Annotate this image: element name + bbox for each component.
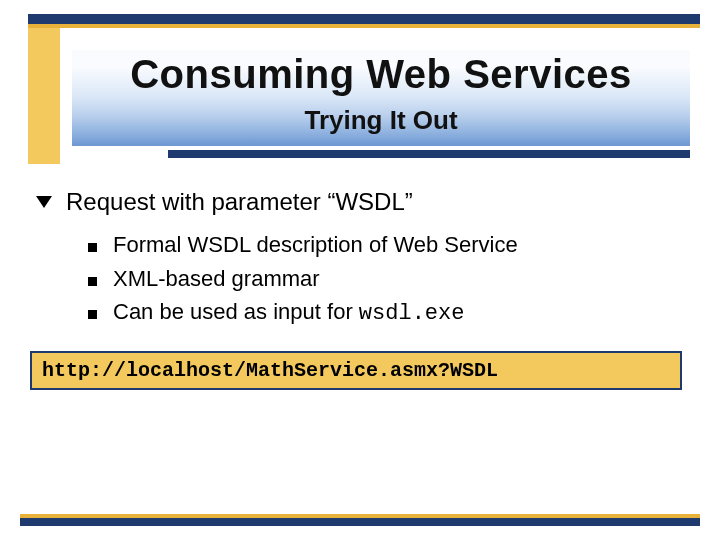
slide-title: Consuming Web Services bbox=[72, 52, 690, 97]
top-bar-navy bbox=[28, 14, 700, 24]
gold-side-accent bbox=[28, 28, 60, 164]
main-bullet: Request with parameter “WSDL” bbox=[30, 188, 690, 216]
top-bar-gold bbox=[28, 24, 700, 28]
url-code-box: http://localhost/MathService.asmx?WSDL bbox=[30, 351, 682, 390]
list-item: XML-based grammar bbox=[88, 264, 690, 294]
content-area: Request with parameter “WSDL” Formal WSD… bbox=[30, 180, 690, 390]
list-item-text: Can be used as input for wsdl.exe bbox=[113, 297, 464, 329]
list-item-text: Formal WSDL description of Web Service bbox=[113, 230, 518, 260]
sub-bullet-list: Formal WSDL description of Web Service X… bbox=[88, 230, 690, 329]
list-item: Can be used as input for wsdl.exe bbox=[88, 297, 690, 329]
square-bullet-icon bbox=[88, 310, 97, 319]
triangle-bullet-icon bbox=[36, 196, 52, 208]
main-bullet-text: Request with parameter “WSDL” bbox=[66, 188, 413, 216]
list-item-text-prefix: Can be used as input for bbox=[113, 299, 359, 324]
header-underline bbox=[168, 150, 690, 158]
url-text: http://localhost/MathService.asmx?WSDL bbox=[42, 359, 498, 382]
slide-subtitle: Trying It Out bbox=[72, 105, 690, 136]
square-bullet-icon bbox=[88, 277, 97, 286]
square-bullet-icon bbox=[88, 243, 97, 252]
slide: Consuming Web Services Trying It Out Req… bbox=[0, 0, 720, 540]
list-item: Formal WSDL description of Web Service bbox=[88, 230, 690, 260]
inline-code: wsdl.exe bbox=[359, 301, 465, 326]
list-item-text: XML-based grammar bbox=[113, 264, 320, 294]
bottom-bar-navy bbox=[20, 518, 700, 526]
